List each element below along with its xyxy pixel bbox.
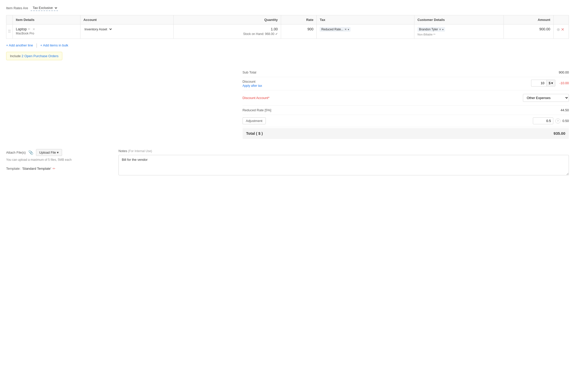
summary-section: Sub Total 900.00 Discount Apply after ta… (243, 68, 569, 139)
total-label: Total ( $ ) (246, 131, 263, 136)
discount-label: Discount (243, 80, 262, 83)
quantity-header: Quantity (173, 15, 281, 24)
discount-type-button[interactable]: $ ▾ (546, 80, 555, 87)
template-row: Template: 'Standard Template' ✏ (6, 167, 108, 170)
po-prefix: Include (10, 54, 21, 58)
customer-details-header: Customer Details (414, 15, 504, 24)
account-select[interactable]: Inventory Asset Other Expenses (83, 27, 113, 31)
add-line-row: + Add another line | + Add items in bulk (6, 42, 569, 49)
paperclip-icon: 📎 (28, 150, 33, 155)
bottom-section: Attach File(s) 📎 Upload File ▾ You can u… (6, 149, 569, 176)
row-delete-icon[interactable]: ✕ (561, 27, 564, 32)
discount-input[interactable] (531, 80, 546, 87)
customer-name: Brandon Tyler (419, 28, 438, 31)
item-rates-select[interactable]: Tax Exclusive Tax Inclusive No Tax (31, 5, 58, 11)
total-value: 935.00 (554, 131, 565, 136)
adjustment-help-icon[interactable]: ? (555, 118, 560, 124)
add-items-bulk-link[interactable]: + Add items in bulk (40, 42, 68, 49)
adjustment-amount: 0.50 (562, 119, 569, 123)
add-another-line-link[interactable]: + Add another line (6, 42, 33, 49)
account-header: Account (80, 15, 173, 24)
amount-header: Amount (504, 15, 554, 24)
stock-check-icon: ✔ (275, 32, 278, 36)
item-sub-name: MacBook Pro (16, 32, 35, 35)
quantity-value: 1.00 (177, 27, 278, 31)
customer-chevron-icon[interactable]: ▾ (442, 28, 444, 31)
template-label: Template: (6, 167, 20, 170)
adjustment-button[interactable]: Adjustment (243, 117, 266, 124)
tax-remove-icon[interactable]: ✕ (344, 28, 347, 31)
rate-value: 900 (307, 27, 313, 31)
notes-label-text: Notes (118, 149, 127, 153)
upload-help-text: You can upload a maximum of 5 files, 5MB… (6, 158, 108, 162)
discount-type-label: $ (549, 81, 550, 85)
discount-account-label: Discount Account* (243, 96, 270, 100)
drag-col-header (6, 15, 13, 24)
attach-label-text: Attach File(s) (6, 151, 26, 154)
stock-value: 968.00 (265, 32, 274, 36)
discount-account-select[interactable]: Other Expenses Discounts Given Sales Dis… (523, 94, 569, 102)
notes-sub-label: (For Internal Use) (128, 149, 152, 153)
upload-file-label: Upload File (39, 151, 56, 154)
template-name: 'Standard Template' (22, 167, 51, 170)
po-link[interactable]: 2 Open Purchase Orders (22, 54, 59, 58)
rate-header: Rate (281, 15, 317, 24)
stock-label: Stock on Hand: (243, 32, 264, 36)
upload-file-button[interactable]: Upload File ▾ (36, 149, 62, 156)
reduced-rate-value: 44.50 (560, 108, 569, 112)
drag-handle-icon[interactable]: ⠿ (8, 29, 11, 34)
template-edit-icon[interactable]: ✏ (53, 167, 55, 170)
tax-chevron-icon[interactable]: ▾ (348, 28, 349, 31)
adjustment-input[interactable] (533, 117, 553, 124)
item-name: Laptop (16, 27, 27, 31)
discount-amount: -10.00 (559, 81, 569, 85)
tax-header: Tax (317, 15, 414, 24)
row-add-icon[interactable]: ⊕ (557, 27, 560, 32)
notes-section: Notes (For Internal Use) Bill for the ve… (118, 149, 569, 176)
tax-name: Reduced Rate... (321, 28, 343, 31)
customer-remove-icon[interactable]: ✕ (439, 28, 441, 31)
reduced-rate-label: Reduced Rate [5%] (243, 108, 271, 112)
divider: | (36, 43, 37, 48)
actions-col-header (554, 15, 569, 24)
attach-section: Attach File(s) 📎 Upload File ▾ You can u… (6, 149, 108, 176)
apply-after-tax-link[interactable]: Apply after tax (243, 84, 262, 88)
discount-type-chevron: ▾ (551, 81, 553, 85)
item-rates-row: Item Rates Are Tax Exclusive Tax Inclusi… (6, 5, 569, 11)
item-remove-icon[interactable]: ✕ (32, 27, 35, 31)
billable-status: Non-Billable (417, 33, 433, 36)
item-edit-icon[interactable]: ✏ (28, 27, 30, 31)
item-rates-label: Item Rates Are (6, 6, 28, 10)
billable-edit-icon[interactable]: ✏ (433, 33, 436, 36)
items-table: Item Details Account Quantity Rate Tax C… (6, 15, 569, 39)
notes-textarea[interactable]: Bill for the vendor (118, 155, 569, 175)
subtotal-label: Sub Total (243, 70, 256, 74)
amount-value: 900.00 (539, 27, 550, 31)
upload-chevron-icon: ▾ (57, 151, 59, 154)
table-row: ⠿ Laptop ✏ ✕ MacBook Pro (6, 24, 569, 39)
po-banner: Include 2 Open Purchase Orders (6, 52, 62, 60)
subtotal-value: 900.00 (559, 70, 569, 74)
item-details-header: Item Details (13, 15, 80, 24)
